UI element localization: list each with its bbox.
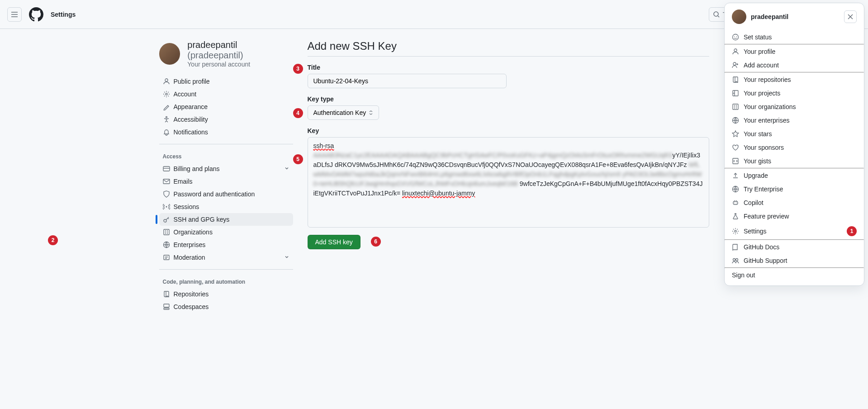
keytype-value: Authentication Key — [313, 109, 366, 116]
broadcast-icon — [163, 203, 170, 210]
menu-item-your-stars[interactable]: Your stars — [725, 127, 864, 141]
menu-item-your-sponsors[interactable]: Your sponsors — [725, 141, 864, 154]
profile-name: pradeepantil (pradeepantil) — [187, 40, 293, 61]
key-line-1: ssh-rsa — [313, 142, 334, 149]
sidebar-item-emails[interactable]: Emails — [159, 175, 293, 188]
github-logo-icon[interactable] — [29, 7, 43, 22]
menu-item-github-support[interactable]: GitHub Support — [725, 254, 864, 267]
title-label: Title — [308, 64, 709, 71]
sidebar-item-label: Public profile — [174, 78, 210, 85]
profile-header: pradeepantil (pradeepantil) Your persona… — [159, 40, 293, 68]
menu-item-label: Copilot — [744, 199, 764, 206]
search-icon — [713, 11, 720, 18]
svg-point-2 — [166, 93, 167, 95]
menu-item-label: Upgrade — [744, 172, 768, 179]
accessibility-icon — [163, 116, 170, 123]
svg-rect-10 — [164, 255, 169, 260]
nav-code: RepositoriesCodespaces — [159, 288, 293, 313]
sidebar-item-label: Password and authentication — [174, 190, 255, 198]
key-icon — [163, 216, 170, 223]
sidebar-item-accessibility[interactable]: Accessibility — [159, 113, 293, 126]
nav-access: Billing and plansEmailsPassword and auth… — [159, 162, 293, 264]
sidebar-item-label: Emails — [174, 178, 193, 185]
menu-item-copilot[interactable]: Copilot — [725, 196, 864, 209]
menu-item-label: Your projects — [744, 90, 780, 97]
gist-icon — [732, 157, 739, 165]
key-label: Key — [308, 127, 709, 134]
menu-item-label: Add account — [744, 62, 779, 69]
globe-icon — [732, 117, 739, 124]
menu-item-feature-preview[interactable]: Feature preview — [725, 209, 864, 223]
title-input[interactable] — [308, 74, 507, 88]
copilot-icon — [732, 199, 739, 206]
heart-icon — [732, 144, 739, 151]
sidebar-item-label: Organizations — [174, 228, 213, 236]
sidebar-item-label: Notifications — [174, 128, 208, 136]
sidebar-item-label: Appearance — [174, 103, 208, 110]
set-status-item[interactable]: Set status — [725, 30, 864, 44]
sidebar-item-label: SSH and GPG keys — [174, 216, 230, 223]
annotation-6: 6 — [371, 237, 381, 247]
globe-icon — [163, 241, 170, 248]
sidebar-item-moderation[interactable]: Moderation — [159, 251, 293, 264]
menu-item-upgrade[interactable]: Upgrade — [725, 169, 864, 182]
menu-item-your-profile[interactable]: Your profile — [725, 45, 864, 58]
keytype-select[interactable]: Authentication Key — [308, 105, 379, 120]
sidebar-item-ssh-and-gpg-keys[interactable]: SSH and GPG keys — [159, 213, 293, 226]
sidebar-item-enterprises[interactable]: Enterprises — [159, 238, 293, 251]
sidebar-item-appearance[interactable]: Appearance — [159, 100, 293, 113]
main-heading: Add new SSH Key — [308, 40, 709, 57]
menu-item-add-account[interactable]: Add account — [725, 58, 864, 72]
sidebar-item-billing-and-plans[interactable]: Billing and plans — [159, 162, 293, 175]
svg-point-1 — [165, 79, 168, 81]
svg-point-16 — [734, 49, 737, 52]
beaker-icon — [732, 213, 739, 220]
sign-out-item[interactable]: Sign out — [725, 268, 864, 282]
sidebar-item-password-and-authentication[interactable]: Password and authentication — [159, 188, 293, 200]
sidebar-item-codespaces[interactable]: Codespaces — [159, 300, 293, 313]
avatar[interactable] — [159, 43, 180, 65]
hamburger-menu[interactable] — [7, 7, 22, 22]
menu-item-your-organizations[interactable]: Your organizations — [725, 100, 864, 114]
upload-icon — [732, 172, 739, 179]
menu-item-settings[interactable]: Settings1 — [725, 223, 864, 239]
menu-item-your-repositories[interactable]: Your repositories — [725, 73, 864, 86]
sidebar-item-label: Enterprises — [174, 241, 206, 248]
menu-item-github-docs[interactable]: GitHub Docs — [725, 240, 864, 254]
section-access-label: Access — [159, 150, 293, 162]
svg-point-13 — [733, 34, 739, 40]
key-vis-4: linuxtechi@ubuntu-jammy — [402, 190, 475, 197]
svg-point-3 — [166, 117, 167, 118]
nav-primary: Public profileAccountAppearanceAccessibi… — [159, 75, 293, 138]
user-panel-header: pradeepantil — [725, 3, 864, 30]
separator — [159, 144, 293, 144]
sidebar-item-sessions[interactable]: Sessions — [159, 200, 293, 213]
sidebar-item-organizations[interactable]: Organizations — [159, 226, 293, 238]
svg-point-0 — [714, 12, 718, 16]
menu-item-your-gists[interactable]: Your gists — [725, 154, 864, 168]
repo-icon — [163, 290, 170, 298]
sidebar-item-repositories[interactable]: Repositories — [159, 288, 293, 300]
close-button[interactable] — [844, 10, 857, 23]
add-ssh-key-button[interactable]: Add SSH key — [308, 235, 360, 249]
key-vis-2: dRKOV9Mw5sJHMhK6c/74qZN9wQ36CDsvqnBucVfj… — [335, 161, 687, 168]
menu-item-your-projects[interactable]: Your projects — [725, 86, 864, 100]
chevron-down-icon — [284, 165, 289, 172]
sidebar-item-account[interactable]: Account — [159, 88, 293, 100]
profile-display-name: pradeepantil — [187, 40, 237, 50]
sidebar-item-public-profile[interactable]: Public profile — [159, 75, 293, 88]
key-blur-1: AAAAB3NzaC1yc2EAAAADAQABAAABgQC9bPcHCTgH… — [313, 152, 673, 159]
book-icon — [732, 243, 739, 251]
gear-icon — [163, 90, 170, 98]
panel-avatar[interactable] — [732, 10, 746, 24]
section-code-label: Code, planning, and automation — [159, 275, 293, 288]
menu-item-your-enterprises[interactable]: Your enterprises — [725, 114, 864, 127]
menu-item-try-enterprise[interactable]: Try Enterprise — [725, 182, 864, 196]
select-caret-icon — [369, 110, 373, 115]
key-textarea[interactable]: ssh-rsa AAAAB3NzaC1yc2EAAAADAQABAAABgQC9… — [308, 137, 709, 228]
smiley-icon — [732, 33, 739, 41]
sidebar-item-notifications[interactable]: Notifications — [159, 126, 293, 138]
page-title: Settings — [51, 11, 76, 18]
svg-point-17 — [733, 62, 736, 65]
close-icon — [847, 14, 854, 20]
